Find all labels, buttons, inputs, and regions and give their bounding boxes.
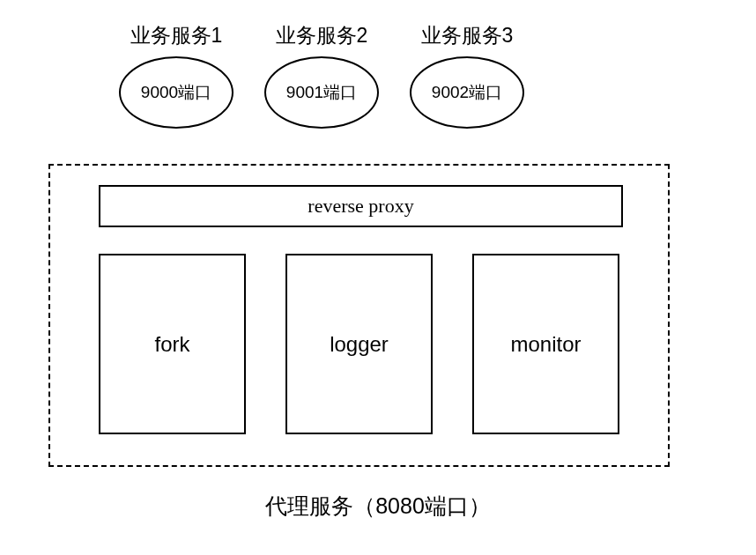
service-2-label: 业务服务2 xyxy=(276,22,368,49)
services-row: 业务服务1 9000端口 业务服务2 9001端口 业务服务3 9002端口 xyxy=(119,22,524,129)
service-2: 业务服务2 9001端口 xyxy=(264,22,379,129)
reverse-proxy-box: reverse proxy xyxy=(99,185,623,227)
modules-row: fork logger monitor xyxy=(99,254,619,434)
proxy-container: reverse proxy fork logger monitor xyxy=(48,164,670,467)
service-2-port: 9001端口 xyxy=(264,56,379,129)
service-3-label: 业务服务3 xyxy=(421,22,514,49)
module-fork: fork xyxy=(99,254,246,434)
service-3-port: 9002端口 xyxy=(410,56,524,129)
module-monitor: monitor xyxy=(472,254,619,434)
module-logger: logger xyxy=(285,254,433,434)
service-1: 业务服务1 9000端口 xyxy=(119,22,233,129)
service-3: 业务服务3 9002端口 xyxy=(410,22,524,129)
service-1-port: 9000端口 xyxy=(119,56,233,129)
service-1-label: 业务服务1 xyxy=(130,22,223,49)
proxy-caption: 代理服务（8080端口） xyxy=(0,492,756,521)
